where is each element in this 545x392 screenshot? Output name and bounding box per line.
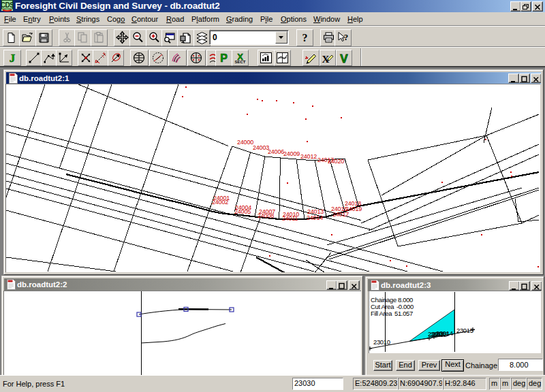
svg-text:SECT: SECT: [234, 60, 245, 64]
svg-text:23014: 23014: [436, 329, 453, 337]
svg-text:V: V: [340, 52, 348, 65]
svg-text:24005: 24005: [234, 208, 251, 215]
svg-text:24000: 24000: [237, 139, 253, 146]
svg-text:24006: 24006: [268, 148, 284, 155]
svg-text:23010: 23010: [373, 338, 390, 346]
svg-text:24011: 24011: [282, 215, 298, 222]
svg-text:24008: 24008: [258, 212, 274, 219]
svg-text:?: ?: [344, 32, 349, 42]
svg-text:24020: 24020: [328, 158, 344, 165]
svg-text:24003: 24003: [253, 144, 269, 151]
svg-text:P: P: [220, 52, 228, 64]
svg-text:24009: 24009: [283, 150, 300, 157]
svg-text:51.057: 51.057: [394, 310, 413, 317]
svg-text:?: ?: [302, 32, 308, 44]
svg-text:24019: 24019: [345, 206, 362, 212]
svg-text:24014: 24014: [307, 214, 323, 221]
svg-text:Fill Area: Fill Area: [371, 310, 392, 317]
svg-text:CDS: CDS: [1, 1, 13, 9]
svg-text:24002: 24002: [212, 199, 228, 206]
svg-text:24012: 24012: [300, 153, 317, 160]
svg-text:23015: 23015: [456, 327, 473, 334]
svg-text:J: J: [10, 52, 16, 65]
